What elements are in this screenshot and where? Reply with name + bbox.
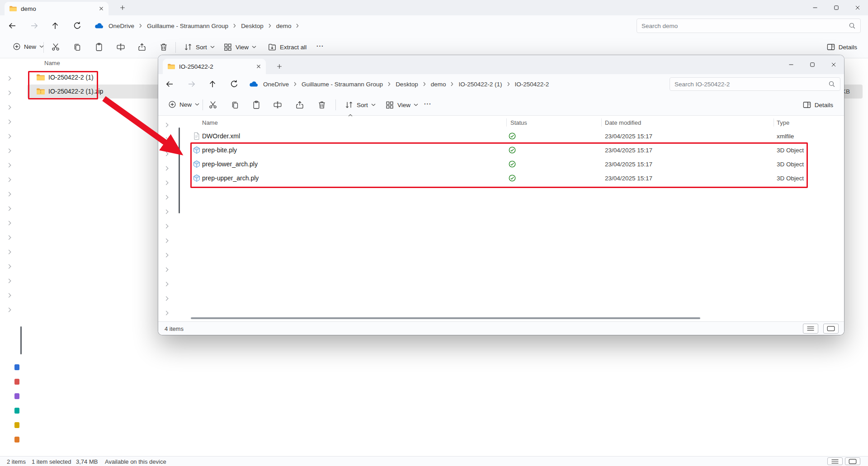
file-row[interactable]: prep-lower_arch.ply 23/04/2025 15:17 3D …	[187, 157, 837, 171]
share-button[interactable]	[134, 40, 150, 54]
breadcrumb-label[interactable]: OneDrive	[106, 21, 137, 31]
tree-expand-chevron-icon[interactable]	[164, 166, 169, 171]
maximize-button[interactable]	[802, 55, 823, 74]
breadcrumb-label[interactable]: IO-250422-2 (1)	[456, 80, 505, 89]
tree-expand-chevron-icon[interactable]	[7, 221, 11, 226]
tree-expand-chevron-icon[interactable]	[164, 181, 169, 185]
rename-button[interactable]	[269, 98, 286, 112]
tree-expand-chevron-icon[interactable]	[7, 192, 11, 197]
tab-close-icon[interactable]	[99, 6, 104, 11]
paste-button[interactable]	[91, 40, 107, 54]
close-button[interactable]	[847, 0, 868, 15]
tab-demo[interactable]: demo	[5, 2, 108, 15]
tree-expand-chevron-icon[interactable]	[164, 224, 169, 229]
new-tab-button[interactable]	[117, 2, 128, 13]
breadcrumb-chevron-icon[interactable]	[139, 24, 142, 28]
view-toggle-details[interactable]	[827, 457, 843, 465]
breadcrumb-chevron-icon[interactable]	[423, 82, 426, 86]
tree-expand-chevron-icon[interactable]	[7, 120, 11, 124]
breadcrumb-chevron-icon[interactable]	[507, 82, 510, 86]
tree-expand-chevron-icon[interactable]	[164, 152, 169, 156]
paste-button[interactable]	[248, 98, 264, 112]
tree-expand-chevron-icon[interactable]	[164, 195, 169, 200]
rename-button[interactable]	[113, 40, 129, 54]
sort-button[interactable]: Sort	[341, 98, 379, 112]
breadcrumb-chevron-icon[interactable]	[269, 24, 271, 28]
sort-button[interactable]: Sort	[180, 40, 218, 54]
tree-expand-chevron-icon[interactable]	[164, 239, 169, 243]
breadcrumb-item[interactable]: IO-250422-2	[512, 80, 552, 89]
breadcrumb-item[interactable]: IO-250422-2 (1)	[456, 80, 512, 89]
up-button[interactable]	[206, 78, 219, 90]
tree-expand-chevron-icon[interactable]	[7, 163, 11, 168]
nav-pane-scrollbar-thumb[interactable]	[179, 127, 180, 213]
tree-expand-chevron-icon[interactable]	[7, 264, 11, 269]
more-options-button[interactable]: ···	[313, 40, 328, 52]
search-input[interactable]	[642, 23, 845, 29]
breadcrumb-item[interactable]: Guillaume - Straumann Group	[144, 21, 238, 31]
tree-expand-chevron-icon[interactable]	[164, 311, 169, 315]
column-separator[interactable]	[601, 118, 602, 127]
minimize-button[interactable]	[780, 55, 802, 74]
column-header-name[interactable]: Name	[44, 60, 60, 66]
back-button[interactable]	[163, 78, 176, 90]
file-row[interactable]: prep-bite.ply 23/04/2025 15:17 3D Object	[187, 143, 837, 157]
file-row[interactable]: DWOrder.xml 23/04/2025 15:17 xmlfile	[187, 129, 837, 143]
refresh-button[interactable]	[228, 78, 241, 90]
minimize-button[interactable]	[804, 0, 826, 15]
tree-expand-chevron-icon[interactable]	[7, 293, 11, 298]
tab-close-icon[interactable]	[256, 64, 261, 69]
search-input[interactable]	[675, 81, 825, 88]
column-separator[interactable]	[774, 118, 774, 127]
breadcrumb-item[interactable]: OneDrive	[106, 21, 144, 31]
pinned-folder-icon[interactable]	[14, 379, 19, 385]
breadcrumb-label[interactable]: Desktop	[238, 21, 266, 31]
column-header-status[interactable]: Status	[510, 119, 527, 126]
breadcrumb-label[interactable]: Desktop	[393, 80, 421, 89]
breadcrumb-chevron-icon[interactable]	[294, 82, 297, 86]
breadcrumb-label[interactable]: demo	[428, 80, 449, 89]
column-separator[interactable]	[506, 118, 507, 127]
tree-expand-chevron-icon[interactable]	[7, 235, 11, 240]
file-row[interactable]: prep-upper_arch.ply 23/04/2025 15:17 3D …	[187, 171, 837, 185]
copy-button[interactable]	[69, 40, 85, 54]
forward-button[interactable]	[185, 78, 198, 90]
tree-expand-chevron-icon[interactable]	[7, 308, 11, 312]
cut-button[interactable]	[47, 40, 64, 54]
tree-expand-chevron-icon[interactable]	[7, 105, 11, 110]
tab-io-250422-2[interactable]: IO-250422-2	[163, 59, 266, 74]
breadcrumb-chevron-icon[interactable]	[296, 24, 299, 28]
breadcrumb-item[interactable]: Desktop	[393, 80, 428, 89]
more-options-button[interactable]: ···	[420, 98, 435, 110]
close-button[interactable]	[823, 55, 844, 74]
tree-expand-chevron-icon[interactable]	[7, 91, 11, 95]
up-button[interactable]	[49, 19, 61, 32]
copy-button[interactable]	[227, 98, 243, 112]
view-toggle-icons[interactable]	[823, 324, 839, 334]
tree-expand-chevron-icon[interactable]	[7, 149, 11, 153]
column-header-type[interactable]: Type	[777, 119, 789, 126]
tree-expand-chevron-icon[interactable]	[164, 297, 169, 301]
search-icon[interactable]	[828, 80, 835, 88]
breadcrumb-label[interactable]: IO-250422-2	[512, 80, 552, 89]
view-toggle-icons[interactable]	[845, 457, 860, 465]
breadcrumb-item[interactable]: OneDrive	[260, 80, 299, 89]
back-button[interactable]	[6, 19, 19, 32]
view-button[interactable]: View	[382, 98, 422, 112]
breadcrumb-label[interactable]: Guillaume - Straumann Group	[144, 21, 231, 31]
breadcrumb-item[interactable]: Guillaume - Straumann Group	[299, 80, 393, 89]
new-button[interactable]: New	[165, 98, 203, 111]
tree-expand-chevron-icon[interactable]	[7, 207, 11, 211]
horizontal-scrollbar-thumb[interactable]	[191, 317, 700, 319]
tree-expand-chevron-icon[interactable]	[7, 76, 11, 81]
details-pane-button[interactable]: Details	[799, 98, 837, 112]
breadcrumb-chevron-icon[interactable]	[388, 82, 391, 86]
breadcrumb-chevron-icon[interactable]	[451, 82, 453, 86]
tree-expand-chevron-icon[interactable]	[164, 210, 169, 214]
tree-expand-chevron-icon[interactable]	[7, 178, 11, 182]
pinned-folder-icon[interactable]	[14, 408, 19, 414]
breadcrumb-item[interactable]: demo	[274, 21, 302, 31]
breadcrumb-chevron-icon[interactable]	[233, 24, 236, 28]
share-button[interactable]	[292, 98, 308, 112]
maximize-button[interactable]	[826, 0, 847, 15]
